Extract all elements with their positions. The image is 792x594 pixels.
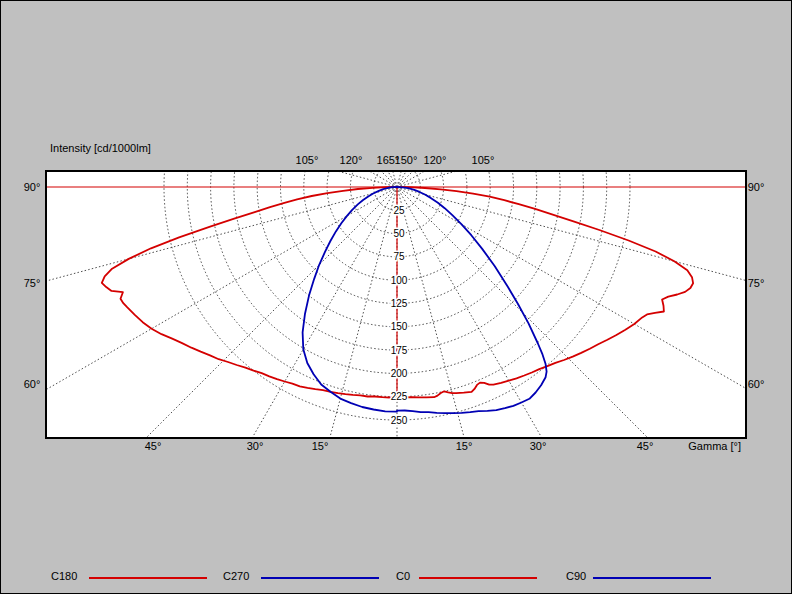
photometric-diagram: 255075100125150175200225250105°120°165°1… [0,0,792,594]
gamma-axis-label: Gamma [°] [688,440,741,452]
radial-tick-label: 250 [391,415,408,426]
radial-tick-label: 125 [391,298,408,309]
intensity-axis-title: Intensity [cd/1000lm] [50,142,151,154]
gamma-angle-label-right: 60° [748,378,765,390]
legend-line-c90 [593,577,711,579]
gamma-angle-label-bottom: 30° [530,440,547,452]
gamma-angle-label-right: 90° [748,181,765,193]
gamma-angle-label-bottom: 15° [456,440,473,452]
gamma-angle-label-left: 60° [24,378,41,390]
gamma-angle-label-right: 75° [748,277,765,289]
gamma-angle-label-top: 120° [340,154,363,166]
radial-tick-label: 50 [393,228,405,239]
gamma-angle-label-top: 150° [395,154,418,166]
legend-label-c90: C90 [566,570,586,582]
gamma-angle-label-top: 120° [424,154,447,166]
radial-tick-label: 225 [391,391,408,402]
radial-tick-label: 175 [391,345,408,356]
gamma-angle-label-top: 105° [472,154,495,166]
polar-chart-canvas: 255075100125150175200225250105°120°165°1… [1,1,792,594]
radial-tick-label: 100 [391,275,408,286]
legend-line-c270 [261,577,379,579]
legend-label-c270: C270 [223,570,249,582]
gamma-angle-label-left: 90° [24,181,41,193]
legend-line-c0 [419,577,537,579]
legend-line-c180 [89,577,207,579]
gamma-angle-label-left: 75° [24,277,41,289]
gamma-angle-label-bottom: 45° [145,440,162,452]
gamma-angle-label-bottom: 30° [247,440,264,452]
legend-label-c180: C180 [51,570,77,582]
gamma-angle-label-bottom: 45° [637,440,654,452]
radial-tick-label: 25 [393,205,405,216]
gamma-angle-label-bottom: 15° [312,440,329,452]
radial-tick-label: 200 [391,368,408,379]
gamma-angle-label-top: 105° [296,154,319,166]
radial-tick-label: 150 [391,321,408,332]
legend-label-c0: C0 [396,570,410,582]
radial-tick-label: 75 [393,251,405,262]
